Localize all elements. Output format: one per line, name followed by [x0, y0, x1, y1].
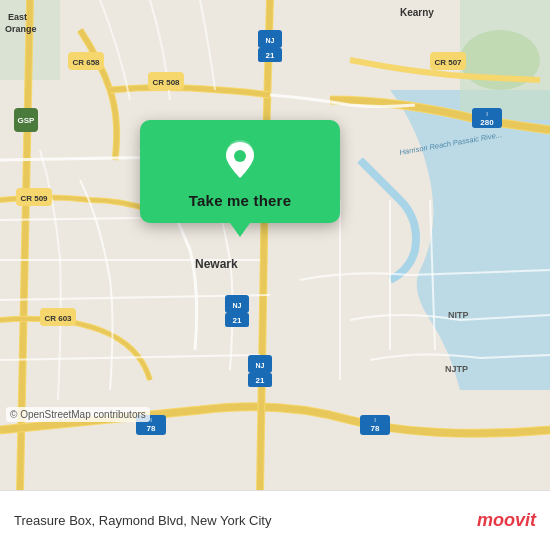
bottom-bar: Treasure Box, Raymond Blvd, New York Cit…	[0, 490, 550, 550]
svg-text:280: 280	[480, 118, 494, 127]
svg-text:NJTP: NJTP	[445, 364, 468, 374]
svg-text:CR 603: CR 603	[44, 314, 72, 323]
moovit-logo-text: moovit	[477, 510, 536, 531]
svg-text:21: 21	[256, 376, 265, 385]
svg-text:21: 21	[266, 51, 275, 60]
svg-text:GSP: GSP	[18, 116, 36, 125]
svg-text:21: 21	[233, 316, 242, 325]
svg-text:NJ: NJ	[233, 302, 242, 309]
location-text: Treasure Box, Raymond Blvd, New York Cit…	[14, 513, 477, 528]
svg-text:East: East	[8, 12, 27, 22]
map-container: NJ 21 NJ 21 NJ 21 CR 658 CR 508 CR 509 C…	[0, 0, 550, 490]
svg-text:CR 507: CR 507	[434, 58, 462, 67]
svg-text:Newark: Newark	[195, 257, 238, 271]
svg-point-45	[234, 150, 246, 162]
svg-text:CR 658: CR 658	[72, 58, 100, 67]
svg-text:NJ: NJ	[256, 362, 265, 369]
moovit-logo: moovit	[477, 510, 536, 531]
svg-text:CR 508: CR 508	[152, 78, 180, 87]
svg-text:CR 509: CR 509	[20, 194, 48, 203]
attribution-text: © OpenStreetMap contributors	[6, 407, 150, 422]
popup-card[interactable]: Take me there	[140, 120, 340, 223]
svg-text:NJ: NJ	[266, 37, 275, 44]
svg-text:Kearny: Kearny	[400, 7, 434, 18]
location-pin-icon	[218, 138, 262, 182]
svg-text:Orange: Orange	[5, 24, 37, 34]
svg-text:78: 78	[147, 424, 156, 433]
svg-text:78: 78	[371, 424, 380, 433]
svg-text:NITP: NITP	[448, 310, 469, 320]
take-me-there-label[interactable]: Take me there	[189, 192, 291, 209]
